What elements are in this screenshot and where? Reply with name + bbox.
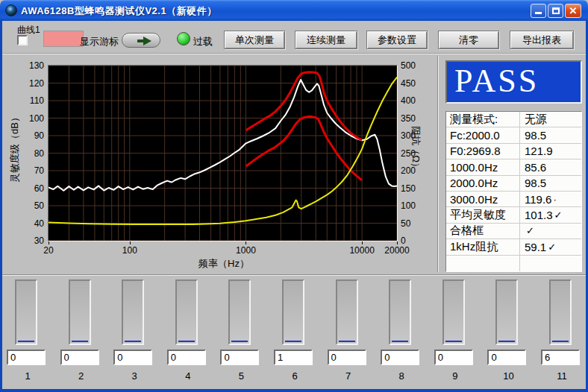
- curve1-color-swatch[interactable]: [43, 31, 84, 47]
- x-tick: 10000: [345, 245, 378, 256]
- y-left-tick: 90: [19, 130, 44, 141]
- slot-number-label: 5: [216, 370, 266, 382]
- slot-number-label: 11: [537, 370, 587, 382]
- maximize-icon: [552, 7, 560, 14]
- result-label: 2000.0Hz: [446, 177, 519, 189]
- slot-11: 11: [537, 275, 587, 387]
- window-title: AWA6128B型蜂鸣器测试仪V2.1（新硬件）: [21, 4, 217, 18]
- series-upper-limit: [246, 72, 363, 140]
- result-value-text: 59.1: [525, 241, 546, 253]
- result-value: 119.6·: [519, 192, 581, 206]
- continuous-measure-button[interactable]: 连续测量: [295, 31, 357, 49]
- slot-number-label: 4: [163, 370, 213, 382]
- minimize-button[interactable]: [531, 4, 546, 18]
- level-indicator: [389, 279, 411, 345]
- single-measure-button[interactable]: 单次测量: [224, 31, 285, 49]
- app-window: AWA6128B型蜂鸣器测试仪V2.1（新硬件） ✕ 曲线1 显示游标 过载 单…: [0, 0, 588, 392]
- series-sensitivity: [49, 80, 397, 191]
- slot-value-input[interactable]: [274, 350, 313, 365]
- result-row-4: 1000.0Hz85.6: [446, 159, 581, 175]
- result-row-6: 3000.0Hz119.6·: [446, 192, 581, 207]
- maximize-button[interactable]: [548, 4, 563, 18]
- result-value-text: 119.6: [525, 193, 551, 206]
- slot-5: 5: [216, 275, 266, 387]
- overload-label: 过载: [193, 35, 213, 48]
- result-value-text: 101.3: [525, 209, 553, 221]
- y-left-tick: 70: [19, 165, 44, 176]
- slot-value-input[interactable]: [113, 350, 152, 365]
- slot-value-input[interactable]: [328, 350, 366, 365]
- y-left-tick: 80: [19, 148, 44, 159]
- y-left-tick: 120: [19, 78, 44, 89]
- slot-value-input[interactable]: [434, 350, 473, 365]
- slot-value-input[interactable]: [541, 350, 580, 365]
- chart-section: 30405060708090100110120130 0501001502002…: [2, 54, 586, 274]
- slot-value-input[interactable]: [381, 350, 419, 365]
- level-indicator: [69, 279, 91, 345]
- level-fill: [392, 341, 408, 342]
- slot-2: 2: [57, 275, 106, 387]
- result-row-8: 合格框✓: [446, 224, 581, 239]
- param-settings-button[interactable]: 参数设置: [366, 31, 428, 49]
- clear-button[interactable]: 清零: [438, 31, 499, 49]
- level-indicator: [336, 279, 358, 345]
- level-fill: [18, 341, 34, 342]
- result-row-5: 2000.0Hz98.5: [446, 176, 581, 192]
- checkmark-icon: ·: [553, 194, 556, 205]
- result-label: F0:2969.8: [446, 145, 519, 157]
- y-left-tick: 50: [19, 200, 44, 211]
- cursor-toggle[interactable]: [122, 33, 160, 48]
- checkmark-icon: ✓: [554, 209, 563, 221]
- y-left-tick: 110: [19, 95, 44, 106]
- y-left-tick: 100: [19, 113, 44, 124]
- level-fill: [178, 341, 195, 342]
- overload-led-icon: [177, 32, 190, 45]
- y-left-tick: 130: [19, 60, 44, 71]
- x-tick-mark: [362, 241, 363, 244]
- slot-number-label: 3: [110, 370, 159, 382]
- slot-value-input[interactable]: [60, 350, 99, 365]
- result-row-7: 平均灵敏度101.3✓: [446, 207, 581, 223]
- result-value: 59.1✓: [519, 239, 581, 254]
- x-tick-mark: [245, 241, 246, 244]
- result-value: [519, 256, 581, 271]
- level-fill: [445, 341, 462, 342]
- y-axis-left-title: 灵敏度级（dB）: [8, 88, 22, 207]
- result-label: 3000.0Hz: [446, 193, 519, 206]
- toggle-arrow-icon: [143, 37, 151, 45]
- curve1-checkbox[interactable]: [17, 35, 28, 45]
- result-label: 1kHz阻抗: [446, 240, 519, 254]
- x-tick-mark: [49, 241, 49, 244]
- level-indicator: [282, 279, 304, 345]
- close-button[interactable]: ✕: [565, 4, 581, 18]
- cursor-label: 显示游标: [80, 35, 119, 48]
- slot-value-input[interactable]: [7, 350, 46, 365]
- result-value-text: 121.9: [525, 145, 553, 157]
- app-icon: [5, 4, 17, 16]
- slot-value-input[interactable]: [167, 350, 206, 365]
- slot-value-input[interactable]: [487, 350, 526, 365]
- x-axis-title: 频率（Hz）: [164, 257, 284, 271]
- x-tick-mark: [397, 241, 398, 244]
- level-indicator: [495, 279, 518, 345]
- level-fill: [498, 341, 515, 342]
- level-indicator: [15, 279, 37, 345]
- y-axis-right-title: 阻抗（Ω）: [409, 104, 422, 194]
- result-value: 121.9: [519, 144, 581, 159]
- toggle-arrow-icon: [137, 39, 143, 42]
- slot-number-label: 2: [57, 370, 106, 382]
- x-tick-mark: [130, 241, 131, 244]
- result-value-text: 无源: [525, 113, 547, 127]
- result-row-2: Fc:2000.098.5: [446, 127, 581, 143]
- result-label: 平均灵敏度: [446, 208, 519, 222]
- level-indicator: [228, 279, 251, 345]
- slot-number-label: 6: [270, 370, 319, 382]
- slot-number-label: 1: [3, 370, 52, 382]
- slot-number-label: 10: [484, 370, 533, 382]
- result-value: 98.5: [519, 176, 581, 191]
- title-bar: AWA6128B型蜂鸣器测试仪V2.1（新硬件） ✕: [0, 0, 588, 21]
- level-indicator: [549, 279, 572, 345]
- result-row-10: [446, 256, 581, 271]
- slot-value-input[interactable]: [220, 350, 259, 365]
- export-report-button[interactable]: 导出报表: [510, 31, 574, 49]
